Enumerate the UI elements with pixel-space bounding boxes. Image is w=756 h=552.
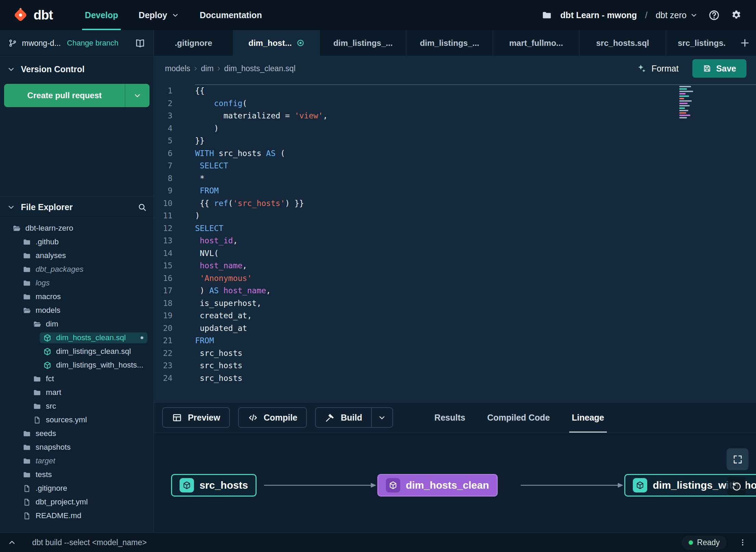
tree-item-analyses[interactable]: analyses	[0, 249, 154, 262]
version-control-header[interactable]: Version Control	[0, 56, 154, 82]
create-pull-request-button[interactable]: Create pull request	[4, 84, 149, 107]
tree-item-label: README.md	[36, 511, 81, 520]
tree-item-fct[interactable]: fct	[0, 372, 154, 386]
tree-item-label: .gitignore	[36, 484, 67, 493]
tree-item-label: .github	[36, 238, 59, 246]
editor-tab-dim_listings_...[interactable]: dim_listings_...	[406, 30, 493, 56]
panel-tab-compiled-code[interactable]: Compiled Code	[487, 402, 550, 433]
editor-tab-label: mart_fullmo...	[509, 38, 563, 48]
model-icon	[636, 481, 644, 490]
save-label: Save	[716, 64, 736, 74]
build-split-group: Build	[315, 407, 393, 428]
environment-select[interactable]: dbt zero	[656, 10, 698, 20]
build-button[interactable]: Build	[315, 407, 371, 428]
tree-item-pill: dim_listings_clean.sql	[40, 346, 147, 357]
panel-tab-lineage[interactable]: Lineage	[572, 402, 604, 433]
line-number: 19	[154, 309, 184, 322]
status-bar: dbt build --select <model_name> Ready	[0, 532, 756, 552]
minimap-line	[679, 88, 687, 90]
tree-item-dbt-learn-zero[interactable]: dbt-learn-zero	[0, 221, 154, 235]
code-area[interactable]: 1{{2 config(3 materialized = 'view',4 )5…	[154, 85, 756, 384]
lineage-node-dim_hosts_clean[interactable]: dim_hosts_clean	[377, 474, 497, 497]
nav-item-deploy[interactable]: Deploy	[128, 0, 189, 30]
lineage-node-src_hosts[interactable]: src_hosts	[171, 474, 257, 497]
tree-item-target[interactable]: target	[0, 454, 154, 468]
code-line: 11)	[154, 209, 756, 222]
tree-item-label: logs	[36, 279, 50, 287]
nav-item-documentation[interactable]: Documentation	[190, 0, 272, 30]
tree-item-dbt_project.yml[interactable]: dbt_project.yml	[0, 495, 154, 509]
new-tab-button[interactable]	[733, 30, 756, 56]
minimap[interactable]	[679, 86, 699, 118]
tree-item-src[interactable]: src	[0, 399, 154, 413]
minimap-line	[679, 91, 693, 92]
branch-row: mwong-d... Change branch	[0, 30, 154, 56]
file-explorer-header[interactable]: File Explorer	[0, 196, 154, 218]
panel-buttons: PreviewCompileBuild	[162, 407, 393, 428]
lineage-node-label: dim_hosts_clean	[406, 479, 489, 491]
model-icon	[633, 478, 647, 492]
minimap-line	[679, 100, 692, 102]
tree-item-README.md[interactable]: README.md	[0, 509, 154, 523]
tree-item-dbt_packages[interactable]: dbt_packages	[0, 262, 154, 276]
docs-book-icon[interactable]	[135, 38, 145, 49]
nav-item-develop[interactable]: Develop	[75, 0, 128, 30]
tree-item-label: dbt-learn-zero	[25, 224, 73, 233]
code-text: SELECT	[184, 222, 223, 235]
editor-actions: Format Save	[636, 59, 746, 78]
line-number: 5	[154, 134, 184, 147]
tree-item-seeds[interactable]: seeds	[0, 427, 154, 440]
chevron-down-icon	[378, 413, 386, 422]
table-icon	[172, 412, 182, 423]
tree-item-logs[interactable]: logs	[0, 276, 154, 290]
save-button[interactable]: Save	[692, 59, 746, 78]
editor-tab-dim_listings_...[interactable]: dim_listings_...	[320, 30, 406, 56]
change-branch-link[interactable]: Change branch	[67, 39, 118, 48]
build-dropdown-button[interactable]	[371, 407, 393, 428]
line-number: 4	[154, 122, 184, 135]
breadcrumb-bar: modelsdimdim_hosts_clean.sql Format Save	[154, 56, 756, 81]
tree-item-dim[interactable]: dim	[0, 317, 154, 331]
tree-item-sources.yml[interactable]: sources.yml	[0, 413, 154, 427]
tree-item-.gitignore[interactable]: .gitignore	[0, 482, 154, 495]
editor-tab-dim_host...[interactable]: dim_host...	[233, 30, 320, 56]
chevron-up-icon[interactable]	[8, 538, 16, 547]
format-button[interactable]: Format	[636, 63, 678, 74]
pull-request-dropdown-button[interactable]	[125, 84, 149, 107]
editor-tab-mart_fullmo...[interactable]: mart_fullmo...	[493, 30, 579, 56]
tree-item-pill: snapshots	[19, 442, 147, 453]
tree-item-tests[interactable]: tests	[0, 468, 154, 482]
code-line: 19 created_at,	[154, 309, 756, 322]
panel-tab-results[interactable]: Results	[434, 402, 465, 433]
command-input[interactable]: dbt build --select <model_name>	[32, 538, 147, 547]
tree-item-.github[interactable]: .github	[0, 235, 154, 249]
tree-item-dim_listings_clean.sql[interactable]: dim_listings_clean.sql	[0, 345, 154, 358]
chevron-down-icon	[7, 203, 15, 211]
editor-tab-src_listings.[interactable]: src_listings.	[666, 30, 733, 56]
tree-item-models[interactable]: models	[0, 304, 154, 317]
tree-item-dim_hosts_clean.sql[interactable]: dim_hosts_clean.sql	[0, 331, 154, 345]
line-number: 9	[154, 184, 184, 197]
search-icon[interactable]	[138, 203, 147, 212]
tree-item-mart[interactable]: mart	[0, 386, 154, 399]
tree-item-pill: .github	[19, 236, 147, 247]
gear-icon[interactable]	[730, 9, 742, 21]
refresh-lineage-button[interactable]	[727, 477, 746, 495]
project-name[interactable]: dbt Learn - mwong	[560, 10, 637, 20]
editor-tab-src_hosts.sql[interactable]: src_hosts.sql	[579, 30, 666, 56]
main-row: mwong-d... Change branch Version Control…	[0, 30, 756, 532]
tree-item-dim_listings_with_hosts...[interactable]: dim_listings_with_hosts...	[0, 358, 154, 372]
compile-button[interactable]: Compile	[238, 407, 307, 428]
preview-button[interactable]: Preview	[162, 407, 230, 428]
help-icon[interactable]	[708, 9, 720, 21]
editor-tab-.gitignore[interactable]: .gitignore	[154, 30, 233, 56]
status-dot	[689, 540, 693, 545]
dbt-logo[interactable]: dbt	[12, 0, 53, 30]
tree-item-snapshots[interactable]: snapshots	[0, 440, 154, 454]
code-text: src_hosts	[184, 372, 242, 385]
code-line: 15 host_name,	[154, 259, 756, 272]
fullscreen-button[interactable]	[727, 448, 748, 470]
minimap-line	[679, 107, 685, 109]
tree-item-macros[interactable]: macros	[0, 290, 154, 304]
kebab-menu-icon[interactable]	[738, 538, 747, 547]
